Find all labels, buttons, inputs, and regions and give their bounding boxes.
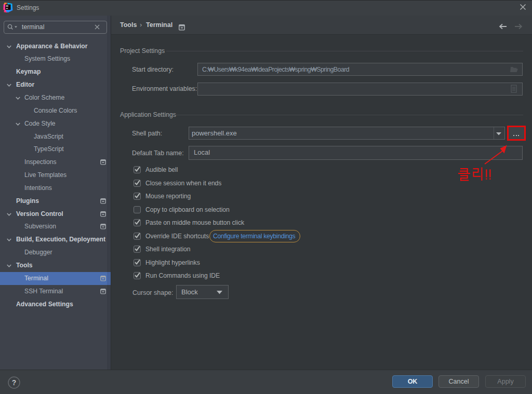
svg-text:?: ? (12, 378, 17, 387)
